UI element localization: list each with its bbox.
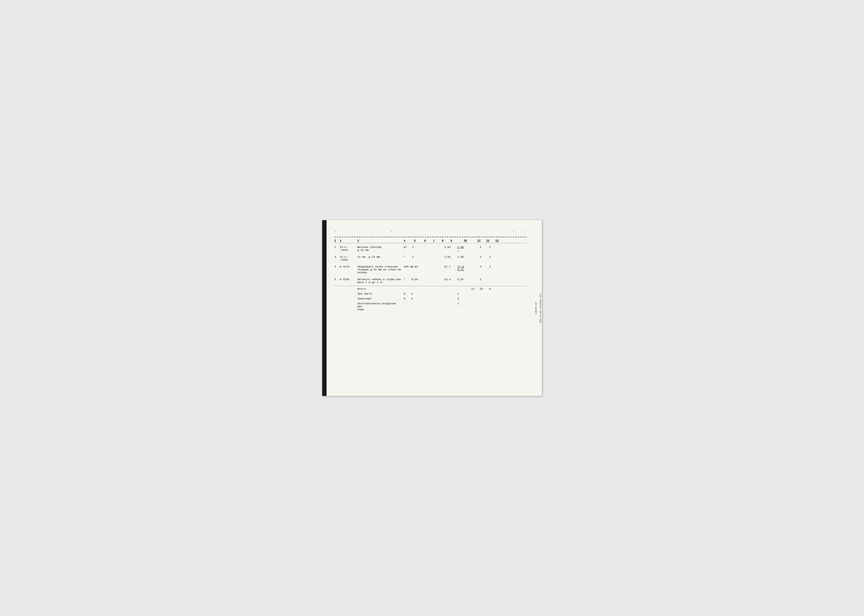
col-header-10: I0 xyxy=(464,239,478,242)
itogo-row: Итого: 72 I5 6 xyxy=(335,286,527,291)
row4-unit: I00 м xyxy=(404,265,411,268)
col-header-7: 7 xyxy=(433,239,442,242)
row3-unit: " xyxy=(404,256,411,258)
col-header-9: 9 xyxy=(451,239,464,242)
sidebar-bottom-label: 12070-03 xyxy=(535,302,537,314)
row3-c10: I,05 xyxy=(457,256,471,258)
col-header-12: I2 xyxy=(486,239,495,242)
row4-c9: 97,7 xyxy=(444,265,457,268)
col-header-11: II xyxy=(478,239,486,242)
row2-c13: I xyxy=(489,246,498,249)
row4-code: 8-4276 xyxy=(340,265,357,268)
itogo-c12: I5 xyxy=(480,288,489,291)
row2-unit: шт xyxy=(404,246,411,249)
zap-row: Зап.части % 3 2 xyxy=(335,291,527,296)
row4-c13: I xyxy=(489,265,498,268)
zap-val: 3 xyxy=(411,292,418,295)
row4-c12: 4 xyxy=(480,265,489,268)
itogo-c11: 72 xyxy=(471,288,480,291)
row5-num: 5 xyxy=(335,278,340,281)
transport-row: Транспорт % 4 3 xyxy=(335,296,527,301)
row4-c10: 27,8 8,II xyxy=(457,265,471,271)
row2-c12: 2 xyxy=(480,246,489,249)
row3-desc: То же, д-I5 мм xyxy=(357,256,404,258)
itogo-label: Итого: xyxy=(357,288,404,291)
row5-c12: I xyxy=(480,278,489,281)
row3-c9: I,82 xyxy=(444,256,457,258)
zag-row: Заготовительно-складские рас- ходы I xyxy=(335,301,527,313)
column-headers: I 2 3 4 5 6 7 8 9 I0 II I2 I3 xyxy=(335,238,527,243)
col-header-1: I xyxy=(335,239,340,242)
zag-label: Заготовительно-складские рас- ходы xyxy=(357,302,404,311)
table-row: 4 8-4276 Продолжить трубу стальную газов… xyxy=(335,263,527,276)
transp-label: Транспорт xyxy=(357,297,404,300)
left-border xyxy=(322,220,327,396)
row4-desc: Продолжить трубу стальную газовую д-25 м… xyxy=(357,265,404,274)
col-header-3: 3 xyxy=(357,239,404,242)
row3-num: 3 xyxy=(335,256,340,258)
transp-val: 4 xyxy=(411,297,418,300)
row2-c9: I,82 xyxy=(444,246,457,249)
dot-1: · xyxy=(335,229,337,234)
zap-label: Зап.части xyxy=(357,292,404,295)
sidebar-top-label: 901-5-29 Альбом III xyxy=(539,293,542,323)
right-sidebar: 901-5-29 Альбом III 12070-03 xyxy=(535,220,542,396)
table-row: 5 8-I530 Затянуть кабель в трубы при вес… xyxy=(335,276,527,286)
dot-4: · xyxy=(524,229,527,234)
col-header-8: 8 xyxy=(442,239,451,242)
row2-c5: I xyxy=(411,246,418,249)
row5-c5: 0,04 xyxy=(411,278,418,281)
row5-desc: Затянуть кабель в трубы при весе I м до … xyxy=(357,278,404,284)
row3-c5: I xyxy=(411,256,418,258)
row5-code: 8-I530 xyxy=(340,278,357,281)
row5-c10: 5,87 xyxy=(457,278,471,281)
document-page: 901-5-29 Альбом III 12070-03 · · · · I 2… xyxy=(322,220,542,396)
row5-unit: " xyxy=(404,278,411,281)
row2-desc: Вентиль I5кч18р д-25 мм xyxy=(357,246,404,251)
transp-c10: 3 xyxy=(457,297,471,300)
table-row: 3 I2-У- -4333 То же, д-I5 мм " I I,82 I,… xyxy=(335,254,527,263)
row3-c12: 2 xyxy=(480,256,489,258)
itogo-c13: 6 xyxy=(489,288,498,291)
col-header-6: 6 xyxy=(424,239,433,242)
zag-c10: I xyxy=(457,302,471,305)
row4-num: 4 xyxy=(335,265,340,268)
col-header-5: 5 xyxy=(414,239,424,242)
row5-c9: I3,4 xyxy=(444,278,457,281)
transp-unit: % xyxy=(404,297,411,300)
dots-row-1: · · · · xyxy=(335,228,527,236)
row3-code: I2-У- -4333 xyxy=(340,256,357,261)
row2-code: I2-У- -4333 xyxy=(340,246,357,251)
zap-c10: 2 xyxy=(457,292,471,295)
col-header-4: 4 xyxy=(404,239,414,242)
dot-2: · xyxy=(391,229,393,234)
dot-3: · xyxy=(512,229,515,234)
zap-unit: % xyxy=(404,292,411,295)
col-header-13: I3 xyxy=(495,239,504,242)
col-header-2: 2 xyxy=(340,239,357,242)
row4-c5: 0,04 xyxy=(411,265,418,268)
row2-c10: I,05 - xyxy=(457,246,471,251)
table-row: 2 I2-У- -4333 Вентиль I5кч18р д-25 мм шт… xyxy=(335,244,527,254)
row5-c13: - xyxy=(489,278,498,281)
header-dashes-top xyxy=(335,237,527,237)
row2-num: 2 xyxy=(335,246,340,249)
row3-c13: I xyxy=(489,256,498,258)
